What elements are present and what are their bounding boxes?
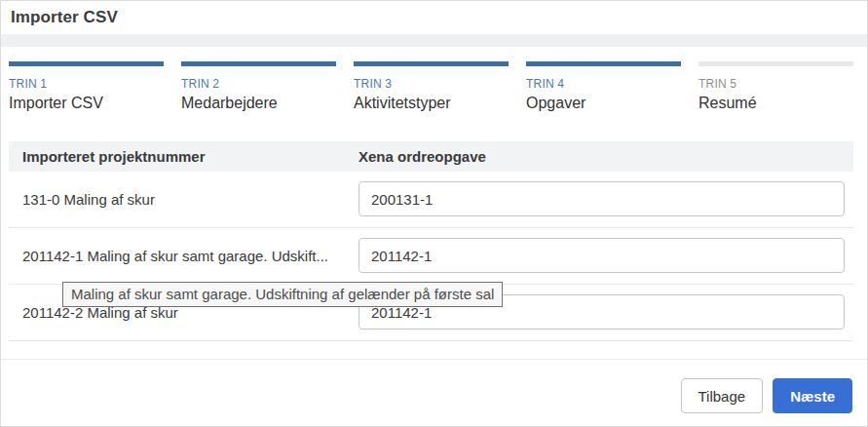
step-name: Aktivitetstyper: [354, 94, 509, 113]
project-number-label: 131-0 Maling af skur: [9, 191, 359, 208]
step-4-opgaver[interactable]: TRIN 4 Opgaver: [526, 61, 681, 113]
wizard-steps: TRIN 1 Importer CSV TRIN 2 Medarbejdere …: [1, 47, 867, 113]
order-task-input[interactable]: [359, 238, 845, 273]
header-divider-band: [1, 34, 867, 47]
dialog-footer: Tilbage Næste: [1, 359, 867, 413]
step-name: Opgaver: [526, 94, 681, 113]
mapping-table: Importeret projektnummer Xena ordreopgav…: [9, 141, 853, 341]
column-header-ordreopgave: Xena ordreopgave: [359, 148, 853, 165]
order-task-cell: [359, 238, 853, 273]
next-button[interactable]: Næste: [773, 378, 852, 413]
step-progress-bar: [698, 61, 853, 66]
order-task-input[interactable]: [359, 181, 845, 216]
step-label: TRIN 2: [181, 77, 336, 91]
step-label: TRIN 5: [698, 77, 853, 91]
order-task-cell: [359, 181, 853, 216]
import-csv-dialog: Importer CSV TRIN 1 Importer CSV TRIN 2 …: [0, 0, 868, 427]
table-header-row: Importeret projektnummer Xena ordreopgav…: [9, 141, 853, 172]
project-number-label: 201142-1 Maling af skur samt garage. Uds…: [9, 248, 359, 264]
step-name: Resumé: [698, 94, 853, 113]
step-name: Medarbejdere: [181, 94, 336, 113]
step-progress-bar: [181, 61, 336, 66]
back-button[interactable]: Tilbage: [681, 378, 764, 413]
step-progress-bar: [354, 61, 509, 66]
step-5-resume[interactable]: TRIN 5 Resumé: [698, 61, 853, 113]
table-row: 201142-1 Maling af skur samt garage. Uds…: [9, 228, 853, 285]
step-label: TRIN 3: [354, 77, 509, 91]
dialog-title: Importer CSV: [11, 8, 118, 27]
step-progress-bar: [9, 61, 164, 66]
dialog-header: Importer CSV: [1, 1, 867, 34]
column-header-projektnummer: Importeret projektnummer: [9, 148, 359, 165]
table-row: 131-0 Maling af skur: [9, 172, 853, 228]
step-label: TRIN 1: [9, 77, 164, 91]
step-2-medarbejdere[interactable]: TRIN 2 Medarbejdere: [181, 61, 336, 113]
step-progress-bar: [526, 61, 681, 66]
step-3-aktivitetstyper[interactable]: TRIN 3 Aktivitetstyper: [354, 61, 509, 113]
step-1-importer-csv[interactable]: TRIN 1 Importer CSV: [9, 61, 164, 113]
step-name: Importer CSV: [9, 94, 164, 113]
step-label: TRIN 4: [526, 77, 681, 91]
native-tooltip: Maling af skur samt garage. Udskiftning …: [62, 282, 503, 307]
